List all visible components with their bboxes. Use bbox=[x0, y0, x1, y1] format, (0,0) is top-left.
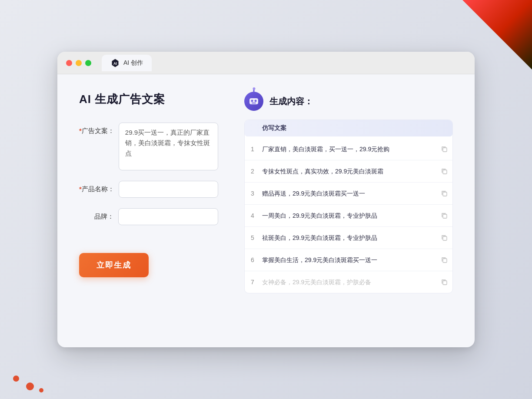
robot-antenna bbox=[253, 89, 255, 92]
svg-point-3 bbox=[251, 100, 253, 102]
copy-icon[interactable] bbox=[439, 189, 449, 198]
form-group-brand: 品牌： 好白 bbox=[79, 208, 218, 225]
ad-copy-label: *广告文案： bbox=[79, 123, 114, 135]
svg-rect-11 bbox=[443, 259, 447, 263]
row-text: 女神必备，29.9元美白淡斑霜，护肤必备 bbox=[262, 278, 434, 287]
row-text: 专抹女性斑点，真实功效，29.9元美白淡斑霜 bbox=[262, 167, 434, 176]
row-number: 6 bbox=[248, 256, 257, 263]
browser-window: AI AI 创作 AI 生成广告文案 *广告文案： 29.9买一送一，真正的厂家… bbox=[57, 52, 475, 347]
form-group-product-name: *产品名称： 美白淡斑霜 bbox=[79, 181, 218, 198]
svg-rect-10 bbox=[443, 236, 447, 240]
form-group-ad-copy: *广告文案： 29.9买一送一，真正的厂家直销，美白淡斑霜，专抹女性斑点 bbox=[79, 123, 218, 170]
table-row: 7女神必备，29.9元美白淡斑霜，护肤必备 bbox=[245, 271, 452, 293]
svg-rect-7 bbox=[443, 170, 447, 174]
ai-tab-icon: AI bbox=[110, 58, 120, 68]
row-text: 掌握美白生活，29.9元美白淡斑霜买一送一 bbox=[262, 256, 434, 265]
row-number: 3 bbox=[248, 190, 257, 197]
product-name-input[interactable]: 美白淡斑霜 bbox=[119, 181, 218, 198]
row-number: 1 bbox=[248, 146, 257, 153]
svg-point-4 bbox=[255, 100, 257, 102]
page-title: AI 生成广告文案 bbox=[79, 92, 218, 107]
brand-label: 品牌： bbox=[79, 208, 114, 221]
svg-rect-6 bbox=[443, 148, 447, 152]
svg-text:AI: AI bbox=[113, 61, 117, 65]
row-number: 2 bbox=[248, 168, 257, 175]
title-bar: AI AI 创作 bbox=[57, 52, 475, 74]
product-name-label: *产品名称： bbox=[79, 181, 114, 193]
maximize-button[interactable] bbox=[85, 60, 91, 66]
copy-icon[interactable] bbox=[439, 211, 449, 220]
row-text: 厂家直销，美白淡斑霜，买一送一，29.9元抢购 bbox=[262, 145, 434, 154]
row-number: 4 bbox=[248, 212, 257, 219]
left-panel: AI 生成广告文案 *广告文案： 29.9买一送一，真正的厂家直销，美白淡斑霜，… bbox=[79, 92, 218, 326]
result-title: 生成内容： bbox=[269, 96, 313, 107]
copy-icon[interactable] bbox=[439, 233, 449, 243]
minimize-button[interactable] bbox=[76, 60, 82, 66]
table-row: 6掌握美白生活，29.9元美白淡斑霜买一送一 bbox=[245, 249, 452, 271]
table-row: 3赠品再送，29.9元美白淡斑霜买一送一 bbox=[245, 183, 452, 205]
copy-icon[interactable] bbox=[439, 277, 449, 287]
window-controls bbox=[66, 60, 91, 66]
row-text: 祛斑美白，29.9元美白淡斑霜，专业护肤品 bbox=[262, 233, 434, 243]
generate-button[interactable]: 立即生成 bbox=[79, 253, 149, 277]
tab-ai-creation[interactable]: AI AI 创作 bbox=[102, 55, 152, 71]
copy-icon[interactable] bbox=[439, 144, 449, 154]
tab-area: AI AI 创作 bbox=[102, 55, 152, 71]
svg-rect-8 bbox=[443, 192, 447, 196]
svg-rect-12 bbox=[443, 281, 447, 285]
decorative-dot-1 bbox=[26, 382, 34, 390]
table-row: 4一周美白，29.9元美白淡斑霜，专业护肤品 bbox=[245, 205, 452, 227]
svg-rect-5 bbox=[252, 103, 256, 103]
svg-rect-9 bbox=[443, 214, 447, 218]
robot-face-svg bbox=[248, 96, 259, 106]
tab-label: AI 创作 bbox=[123, 59, 143, 67]
result-rows-container: 1厂家直销，美白淡斑霜，买一送一，29.9元抢购 2专抹女性斑点，真实功效，29… bbox=[245, 138, 452, 293]
result-header: 生成内容： bbox=[244, 92, 453, 111]
decorative-dot-3 bbox=[39, 388, 43, 392]
table-row: 1厂家直销，美白淡斑霜，买一送一，29.9元抢购 bbox=[245, 138, 452, 160]
ad-copy-textarea[interactable]: 29.9买一送一，真正的厂家直销，美白淡斑霜，专抹女性斑点 bbox=[119, 123, 218, 170]
row-text: 赠品再送，29.9元美白淡斑霜买一送一 bbox=[262, 189, 434, 198]
table-row: 2专抹女性斑点，真实功效，29.9元美白淡斑霜 bbox=[245, 160, 452, 183]
brand-input[interactable]: 好白 bbox=[118, 208, 218, 225]
results-container: 仿写文案 1厂家直销，美白淡斑霜，买一送一，29.9元抢购 2专抹女性斑点，真实… bbox=[244, 120, 453, 293]
close-button[interactable] bbox=[66, 60, 72, 66]
table-row: 5祛斑美白，29.9元美白淡斑霜，专业护肤品 bbox=[245, 227, 452, 249]
robot-icon bbox=[244, 92, 263, 111]
row-number: 5 bbox=[248, 234, 257, 241]
right-panel: 生成内容： 仿写文案 1厂家直销，美白淡斑霜，买一送一，29.9元抢购 2专抹女… bbox=[244, 92, 453, 326]
decorative-dot-2 bbox=[13, 376, 19, 382]
table-header: 仿写文案 bbox=[245, 120, 452, 136]
main-content: AI 生成广告文案 *广告文案： 29.9买一送一，真正的厂家直销，美白淡斑霜，… bbox=[57, 74, 475, 344]
row-number: 7 bbox=[248, 279, 257, 286]
copy-icon[interactable] bbox=[439, 166, 449, 176]
row-text: 一周美白，29.9元美白淡斑霜，专业护肤品 bbox=[262, 211, 434, 220]
copy-icon[interactable] bbox=[439, 255, 449, 265]
